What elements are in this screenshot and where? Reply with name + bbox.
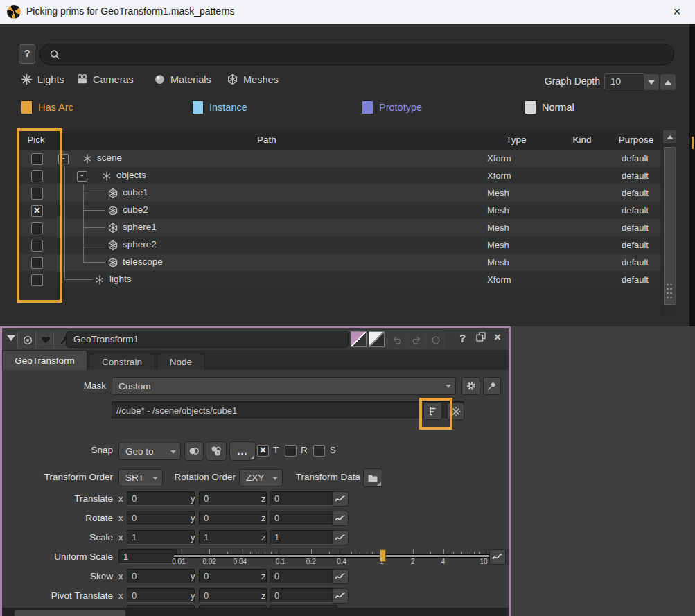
- filter-cameras-toggle[interactable]: Cameras: [76, 73, 134, 85]
- pick-checkbox[interactable]: [31, 222, 43, 234]
- skew-y-field[interactable]: [199, 569, 267, 583]
- pivot-translate-x-field[interactable]: [127, 588, 195, 603]
- pick-checkbox[interactable]: ×: [31, 205, 43, 217]
- snap-more-button[interactable]: ...: [229, 441, 256, 461]
- pick-checkbox[interactable]: [31, 257, 43, 269]
- node-glyph-button[interactable]: [35, 331, 55, 349]
- uniform-scale-slider[interactable]: 0.010.020.040.10.20.412410: [172, 548, 498, 566]
- snap-geo-button[interactable]: [184, 441, 204, 461]
- uniform-scale-curve-button[interactable]: [489, 549, 506, 565]
- pick-checkbox[interactable]: [31, 188, 43, 200]
- slider-tick: [179, 549, 179, 554]
- translate-y-field[interactable]: [199, 491, 267, 506]
- tab-constrain[interactable]: Constrain: [89, 353, 155, 370]
- scale-x-field[interactable]: [127, 530, 195, 545]
- collapse-panel-button[interactable]: [7, 335, 15, 345]
- node-color-swatch-button[interactable]: [351, 331, 367, 347]
- snap-animated-button[interactable]: [206, 441, 227, 461]
- snap-r-checkbox[interactable]: [285, 445, 297, 457]
- table-row-telescope[interactable]: telescopeMeshdefault: [17, 254, 660, 271]
- undo-button: [387, 331, 406, 349]
- tree-expander[interactable]: -: [58, 154, 69, 164]
- skew-z-field[interactable]: [270, 569, 337, 583]
- pick-prims-tree-button[interactable]: [423, 402, 442, 420]
- mask-dropdown[interactable]: Custom: [112, 377, 456, 395]
- animation-curve-button[interactable]: [332, 569, 349, 584]
- folder-icon: [367, 473, 378, 484]
- prim-name: cube2: [123, 204, 148, 215]
- prim-purpose: default: [582, 222, 649, 233]
- transform-data-folder-button[interactable]: [363, 468, 382, 487]
- prim-type: Xform: [487, 153, 511, 164]
- help-button[interactable]: ?: [19, 44, 35, 64]
- clear-pattern-button[interactable]: [447, 403, 464, 420]
- graph-depth-decrement-button[interactable]: [643, 73, 660, 91]
- next-panel-tab[interactable]: [15, 610, 125, 616]
- table-row-sphere1[interactable]: sphere1Meshdefault: [17, 219, 660, 236]
- mask-settings-button[interactable]: [461, 377, 480, 395]
- animation-curve-button[interactable]: [332, 588, 349, 604]
- pivot-translate-row: Pivot Translatexyz: [2, 587, 509, 605]
- translate-z-field[interactable]: [270, 491, 337, 506]
- table-row-cube2[interactable]: ×cube2Meshdefault: [17, 202, 660, 219]
- graph-depth-increment-button[interactable]: [660, 73, 676, 91]
- uniform-scale-field[interactable]: [118, 549, 177, 564]
- gl-color-swatch-button[interactable]: [369, 331, 385, 347]
- table-row-scene[interactable]: -sceneXformdefault: [17, 150, 660, 167]
- picking-dialog: ? Graph Depth LightsCamerasMaterialsMesh…: [0, 24, 695, 326]
- search-input[interactable]: [66, 49, 651, 61]
- pick-checkbox[interactable]: [31, 153, 43, 165]
- snap-t-checkbox[interactable]: ×: [257, 445, 269, 457]
- rotate-y-field[interactable]: [199, 511, 267, 525]
- window-close-button[interactable]: ×: [668, 3, 686, 21]
- rotate-z-field[interactable]: [270, 511, 337, 525]
- table-row-lights[interactable]: lightsXformdefault: [17, 271, 660, 288]
- animation-curve-button[interactable]: [332, 511, 349, 526]
- tree-expander[interactable]: -: [77, 171, 87, 182]
- table-row-sphere2[interactable]: sphere2Meshdefault: [17, 236, 660, 254]
- scale-y-field[interactable]: [199, 530, 267, 545]
- axis-z-label: z: [261, 513, 266, 523]
- pivot-translate-z-field[interactable]: [270, 588, 337, 603]
- axis-y-label: y: [191, 532, 195, 543]
- table-row-objects[interactable]: -objectsXformdefault: [17, 167, 660, 184]
- slider-tick: [258, 552, 258, 554]
- filter-lights-toggle[interactable]: Lights: [21, 73, 64, 85]
- panel-help-button[interactable]: ?: [459, 332, 466, 344]
- table-row-cube1[interactable]: cube1Meshdefault: [17, 184, 660, 202]
- node-indicator-button[interactable]: [17, 331, 37, 349]
- mask-pattern-field[interactable]: [112, 401, 464, 419]
- float-window-button[interactable]: [475, 331, 486, 344]
- pick-checkbox[interactable]: [31, 170, 43, 182]
- snap-row: Snap Geo to ... ×TRS: [2, 441, 509, 462]
- scrollbar-thumb[interactable]: [664, 147, 676, 305]
- translate-x-field[interactable]: [127, 491, 195, 506]
- rotate-row: Rotatexyz: [2, 509, 509, 527]
- prim-table-header: PickPathTypeKindPurpose: [17, 130, 660, 150]
- animation-curve-button[interactable]: [332, 491, 349, 507]
- animation-curve-button[interactable]: [332, 530, 349, 545]
- legend-label: Instance: [209, 102, 247, 113]
- pick-checkbox[interactable]: [31, 274, 43, 286]
- node-name-field[interactable]: [66, 331, 349, 348]
- pick-checkbox[interactable]: [31, 240, 43, 252]
- search-field[interactable]: [39, 44, 674, 65]
- rotate-x-field[interactable]: [127, 511, 195, 525]
- legend-swatch: [21, 100, 33, 114]
- scrollbar-up-button[interactable]: [663, 130, 676, 143]
- column-header-purpose: Purpose: [619, 134, 653, 145]
- scale-z-field[interactable]: [270, 530, 337, 545]
- material-icon: [154, 73, 166, 85]
- tab-geotransform[interactable]: GeoTransform: [2, 350, 87, 370]
- vertical-scrollbar[interactable]: [662, 130, 676, 316]
- pivot-translate-y-field[interactable]: [199, 588, 267, 603]
- filter-materials-toggle[interactable]: Materials: [154, 73, 211, 85]
- snap-s-checkbox[interactable]: [313, 445, 325, 457]
- snap-dropdown[interactable]: Geo to: [118, 443, 181, 460]
- xform-icon: [82, 153, 93, 164]
- filter-meshes-toggle[interactable]: Meshes: [227, 73, 279, 85]
- mask-eyedropper-button[interactable]: [483, 377, 501, 395]
- tab-node[interactable]: Node: [157, 353, 205, 370]
- skew-x-field[interactable]: [127, 569, 195, 583]
- panel-close-button[interactable]: ×: [494, 331, 501, 344]
